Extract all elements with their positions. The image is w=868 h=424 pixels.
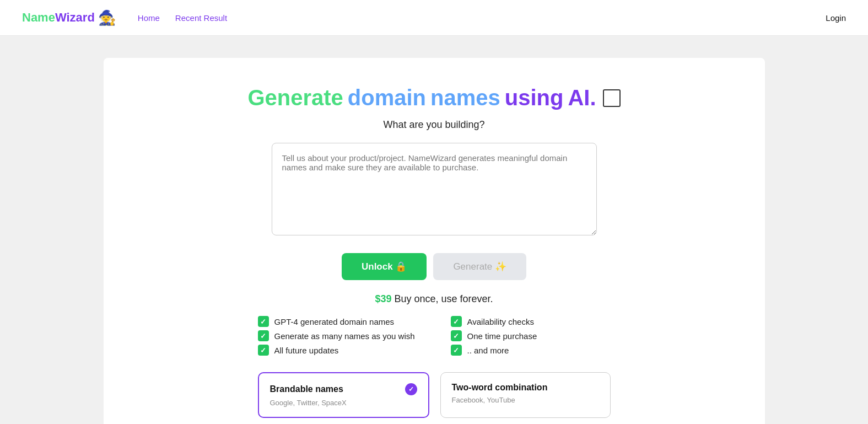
card-two-word-subtitle: Facebook, YouTube: [452, 396, 599, 404]
feature-item-more: .. and more: [451, 345, 611, 356]
nav-recent-result-link[interactable]: Recent Result: [175, 13, 227, 23]
input-area-wrapper: [272, 143, 597, 238]
selected-circle-icon: [405, 383, 417, 395]
check-icon: [258, 345, 269, 356]
card-options-row: Brandable names Google, Twitter, SpaceX …: [258, 372, 611, 418]
buttons-row: Unlock 🔒 Generate ✨: [342, 253, 526, 280]
price-amount: $39: [375, 293, 391, 304]
hero-title: Generate domain names using AI.: [247, 85, 620, 110]
features-grid: GPT-4 generated domain names Availabilit…: [258, 316, 611, 356]
wizard-emoji-icon: 🧙: [98, 9, 116, 26]
hero-title-ai: AI.: [568, 85, 596, 110]
card-brandable[interactable]: Brandable names Google, Twitter, SpaceX: [258, 372, 429, 418]
check-icon: [258, 330, 269, 341]
nav-links: Home Recent Result: [138, 13, 826, 23]
feature-label-one-time: One time purchase: [467, 331, 537, 341]
hero-title-using: using: [505, 85, 564, 110]
navbar: NameWizard 🧙 Home Recent Result Login: [0, 0, 868, 36]
card-brandable-title: Brandable names: [270, 384, 343, 394]
feature-item-availability: Availability checks: [451, 316, 611, 327]
card-two-word-header: Two-word combination: [452, 383, 599, 393]
main-card: Generate domain names using AI. What are…: [104, 58, 765, 424]
brand: NameWizard 🧙: [22, 9, 116, 26]
card-brandable-header: Brandable names: [270, 383, 417, 395]
check-icon: [451, 330, 462, 341]
feature-label-availability: Availability checks: [467, 317, 534, 326]
brand-name: NameWizard: [22, 10, 95, 25]
hero-title-generate: Generate: [247, 85, 343, 110]
feature-item-updates: All future updates: [258, 345, 418, 356]
generate-button[interactable]: Generate ✨: [433, 253, 526, 280]
feature-label-names: Generate as many names as you wish: [274, 331, 415, 341]
brand-name-second: Wizard: [55, 10, 95, 24]
feature-label-gpt4: GPT-4 generated domain names: [274, 317, 395, 326]
pricing-text: $39 Buy once, use forever.: [375, 293, 493, 305]
nav-home-link[interactable]: Home: [138, 13, 160, 23]
card-two-word-title: Two-word combination: [452, 383, 548, 393]
login-button[interactable]: Login: [826, 13, 846, 23]
feature-label-updates: All future updates: [274, 346, 339, 355]
feature-item-gpt4: GPT-4 generated domain names: [258, 316, 418, 327]
card-two-word[interactable]: Two-word combination Facebook, YouTube: [440, 372, 611, 418]
page-wrapper: Generate domain names using AI. What are…: [0, 36, 868, 424]
hero-title-domain: domain: [348, 85, 426, 110]
project-description-input[interactable]: [272, 143, 597, 235]
brand-name-first: Name: [22, 10, 55, 24]
card-brandable-subtitle: Google, Twitter, SpaceX: [270, 399, 417, 407]
hero-subtitle: What are you building?: [383, 119, 484, 131]
check-icon: [451, 345, 462, 356]
feature-item-names: Generate as many names as you wish: [258, 330, 418, 341]
pricing-tagline: Buy once, use forever.: [394, 293, 493, 304]
feature-label-more: .. and more: [467, 346, 509, 355]
check-icon: [451, 316, 462, 327]
check-icon: [258, 316, 269, 327]
unlock-button[interactable]: Unlock 🔒: [342, 253, 427, 280]
mobile-icon: [603, 89, 621, 107]
feature-item-one-time: One time purchase: [451, 330, 611, 341]
hero-title-names: names: [430, 85, 500, 110]
